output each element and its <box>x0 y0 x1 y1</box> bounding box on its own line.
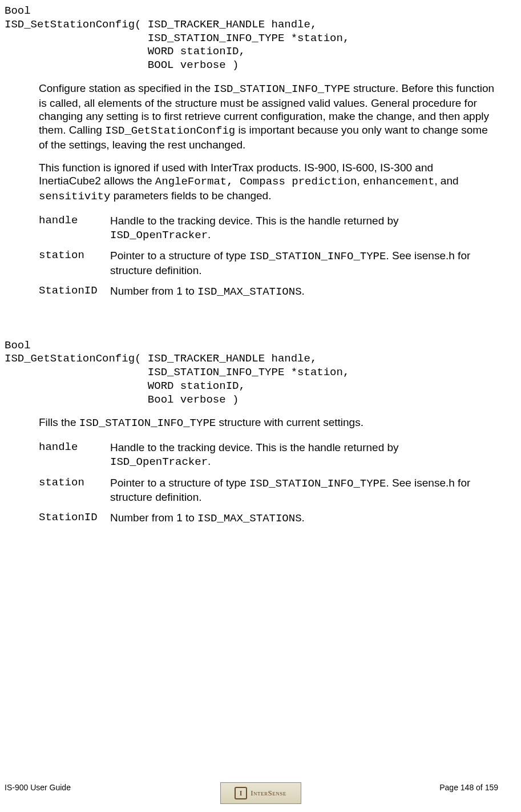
code-inline: ISD_STATION_INFO_TYPE <box>249 477 386 490</box>
param-row: station Pointer to a structure of type I… <box>39 476 498 505</box>
param-desc-station: Pointer to a structure of type ISD_STATI… <box>110 476 498 505</box>
code-inline: AngleFormat, Compass prediction <box>155 175 357 188</box>
code-inline: ISD_STATION_INFO_TYPE <box>249 250 386 263</box>
logo-icon: I <box>235 787 247 799</box>
text: structure with current settings. <box>216 416 364 428</box>
param-desc-station: Pointer to a structure of type ISD_STATI… <box>110 249 498 278</box>
code-inline: ISD_MAX_STATIONS <box>197 286 301 298</box>
text: , <box>357 175 363 187</box>
code-inline: enhancement <box>363 175 434 188</box>
text: Pointer to a structure of type <box>110 250 249 262</box>
logo-text: InterSense <box>251 789 286 798</box>
function-description-get: Fills the ISD_STATION_INFO_TYPE structur… <box>39 416 498 431</box>
footer-right: Page 148 of 159 <box>439 783 498 793</box>
code-inline: ISD_OpenTracker <box>110 456 208 468</box>
text: . <box>208 228 211 240</box>
footer-left: IS-900 User Guide <box>5 783 71 793</box>
code-inline: sensitivity <box>39 190 110 203</box>
param-list-set: handle Handle to the tracking device. Th… <box>39 214 498 299</box>
text: Number from 1 to <box>110 285 197 297</box>
param-name-stationid: StationID <box>39 284 110 298</box>
param-row: handle Handle to the tracking device. Th… <box>39 441 498 469</box>
text: . <box>302 285 305 297</box>
param-name-station: station <box>39 249 110 263</box>
text: , and <box>434 175 458 187</box>
param-row: StationID Number from 1 to ISD_MAX_STATI… <box>39 511 498 526</box>
param-row: handle Handle to the tracking device. Th… <box>39 214 498 243</box>
text: . <box>208 455 211 467</box>
param-desc-handle: Handle to the tracking device. This is t… <box>110 441 498 469</box>
text: parameters fields to be changed. <box>110 190 271 202</box>
param-desc-stationid: Number from 1 to ISD_MAX_STATIONS. <box>110 284 498 299</box>
param-name-stationid: StationID <box>39 511 110 525</box>
param-list-get: handle Handle to the tracking device. Th… <box>39 441 498 526</box>
text: Configure station as specified in the <box>39 82 213 94</box>
text: Handle to the tracking device. This is t… <box>110 215 399 227</box>
text: Pointer to a structure of type <box>110 477 249 489</box>
param-name-station: station <box>39 476 110 490</box>
text: Handle to the tracking device. This is t… <box>110 441 399 453</box>
function-signature-set: Bool ISD_SetStationConfig( ISD_TRACKER_H… <box>5 5 498 73</box>
function-signature-get: Bool ISD_GetStationConfig( ISD_TRACKER_H… <box>5 339 498 407</box>
param-row: station Pointer to a structure of type I… <box>39 249 498 278</box>
param-name-handle: handle <box>39 214 110 228</box>
function-description-set-p2: This function is ignored if used with In… <box>39 161 498 204</box>
function-description-set-p1: Configure station as specified in the IS… <box>39 82 498 152</box>
param-name-handle: handle <box>39 441 110 455</box>
code-inline: ISD_MAX_STATIONS <box>197 512 301 525</box>
param-desc-handle: Handle to the tracking device. This is t… <box>110 214 498 243</box>
code-inline: ISD_OpenTracker <box>110 229 208 242</box>
text: Number from 1 to <box>110 512 197 524</box>
code-inline: ISD_GetStationConfig <box>105 124 235 137</box>
text: Fills the <box>39 416 79 428</box>
intersense-logo: I InterSense <box>220 782 301 804</box>
param-desc-stationid: Number from 1 to ISD_MAX_STATIONS. <box>110 511 498 526</box>
param-row: StationID Number from 1 to ISD_MAX_STATI… <box>39 284 498 299</box>
code-inline: ISD_STATION_INFO_TYPE <box>79 417 216 429</box>
code-inline: ISD_STATION_INFO_TYPE <box>213 83 350 95</box>
text: . <box>302 512 305 524</box>
